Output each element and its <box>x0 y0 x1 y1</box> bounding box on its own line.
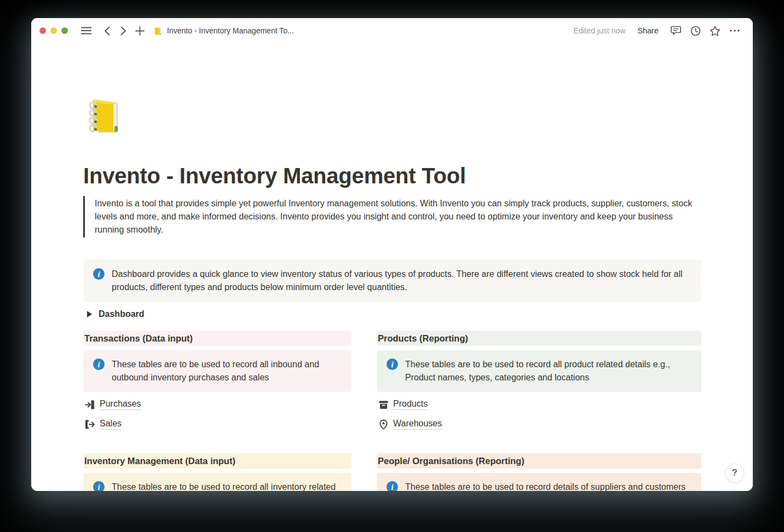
people-section: People/ Organisations (Reporting) i Thes… <box>377 453 701 491</box>
more-icon[interactable] <box>727 23 743 38</box>
zoom-window-button[interactable] <box>61 27 68 34</box>
inventory-callout: i These tables are to be used to record … <box>83 473 351 491</box>
page-icon-notebook[interactable] <box>85 96 125 136</box>
notebook-icon <box>153 26 163 36</box>
inventory-heading: Inventory Management (Data input) <box>83 453 351 469</box>
page-link-label: Purchases <box>100 399 141 410</box>
products-heading: Products (Reporting) <box>377 331 701 346</box>
info-icon: i <box>93 481 105 491</box>
page-title: Invento - Inventory Management Tool <box>83 163 701 189</box>
transactions-heading: Transactions (Data input) <box>83 331 351 346</box>
page-content: Invento - Inventory Management Tool Inve… <box>31 43 753 491</box>
dashboard-callout-text: Dashboard provides a quick glance to vie… <box>112 268 691 294</box>
info-icon: i <box>93 268 105 280</box>
transactions-callout: i These tables are to be used to record … <box>83 350 351 392</box>
transactions-callout-text: These tables are to be used to record al… <box>112 358 343 384</box>
history-clock-icon[interactable] <box>687 23 704 38</box>
enter-icon <box>84 399 95 410</box>
products-callout-text: These tables are to be used to record al… <box>405 358 693 384</box>
exit-icon <box>84 419 95 430</box>
new-tab-icon[interactable] <box>131 23 148 38</box>
people-callout: i These tables are to be used to record … <box>377 473 701 491</box>
page-link-label: Warehouses <box>393 419 442 430</box>
star-icon[interactable] <box>707 23 723 38</box>
share-button[interactable]: Share <box>637 26 659 35</box>
info-icon: i <box>387 481 398 491</box>
page-link-purchases[interactable]: Purchases <box>83 397 142 412</box>
transactions-section: Transactions (Data input) i These tables… <box>83 331 351 431</box>
dashboard-toggle[interactable]: Dashboard <box>83 308 146 321</box>
columns-row-1: Transactions (Data input) i These tables… <box>83 331 701 431</box>
location-pin-icon <box>378 419 389 430</box>
page-link-products[interactable]: Products <box>377 397 429 412</box>
info-icon: i <box>387 358 398 370</box>
info-icon: i <box>93 358 105 370</box>
people-callout-text: These tables are to be used to record de… <box>405 481 685 491</box>
products-section: Products (Reporting) i These tables are … <box>377 331 701 431</box>
people-heading: People/ Organisations (Reporting) <box>377 453 701 469</box>
traffic-lights <box>39 27 68 34</box>
app-window: Invento - Inventory Management To... Edi… <box>31 18 753 491</box>
columns-row-2: Inventory Management (Data input) i Thes… <box>83 453 701 491</box>
dashboard-callout: i Dashboard provides a quick glance to v… <box>83 259 701 302</box>
comment-icon[interactable] <box>667 23 684 38</box>
tab-title[interactable]: Invento - Inventory Management To... <box>153 26 294 36</box>
page-link-warehouses[interactable]: Warehouses <box>377 417 443 431</box>
archive-box-icon <box>378 399 389 410</box>
edited-status: Edited just now <box>573 26 625 35</box>
products-callout: i These tables are to be used to record … <box>377 350 701 392</box>
minimize-window-button[interactable] <box>50 27 57 34</box>
page-link-label: Products <box>393 399 428 410</box>
hamburger-icon[interactable] <box>78 23 94 38</box>
tab-title-label: Invento - Inventory Management To... <box>167 26 294 35</box>
inventory-callout-text: These tables are to be used to record al… <box>112 481 343 491</box>
intro-quote: Invento is a tool that provides simple y… <box>83 196 701 238</box>
page-link-sales[interactable]: Sales <box>83 417 123 431</box>
forward-icon[interactable] <box>115 23 131 38</box>
page-link-label: Sales <box>100 419 122 430</box>
inventory-section: Inventory Management (Data input) i Thes… <box>83 453 351 491</box>
close-window-button[interactable] <box>39 27 46 34</box>
toggle-triangle-icon[interactable] <box>87 311 92 317</box>
back-icon[interactable] <box>99 23 115 38</box>
titlebar: Invento - Inventory Management To... Edi… <box>31 18 753 43</box>
help-button[interactable]: ? <box>725 464 744 482</box>
dashboard-toggle-label: Dashboard <box>99 309 145 319</box>
